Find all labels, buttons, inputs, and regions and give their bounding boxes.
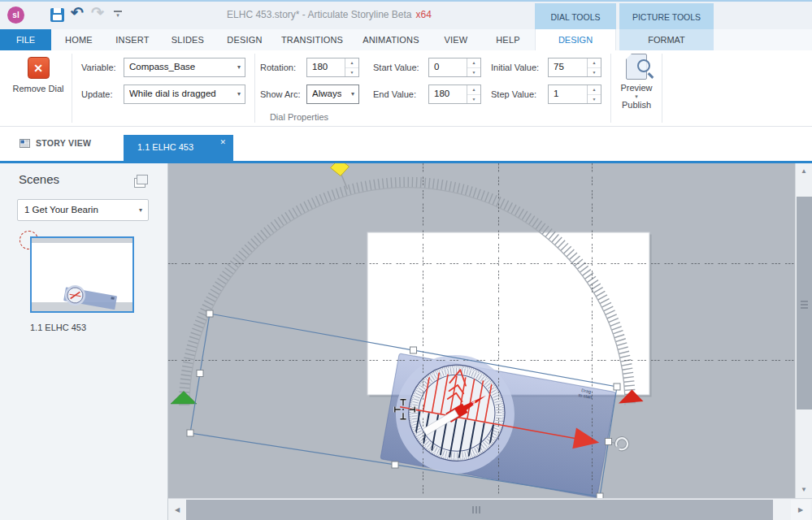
spin-up-icon[interactable]: ▲	[467, 58, 480, 67]
arch-label: x64	[416, 9, 432, 20]
story-view-grid-icon	[20, 139, 30, 148]
tab-home[interactable]: HOME	[56, 29, 102, 50]
spin-down-icon[interactable]: ▼	[345, 67, 358, 76]
scroll-left-icon[interactable]: ◀	[168, 500, 186, 520]
start-value-spinner[interactable]: ▲▼	[467, 58, 480, 76]
preview-button[interactable]: Preview	[613, 83, 660, 93]
caret-down-icon: ▾	[139, 206, 142, 214]
caret-down-icon: ▾	[351, 90, 354, 98]
step-value: 1	[554, 89, 558, 98]
preview-caret-icon[interactable]: ▾	[613, 93, 660, 100]
thumb-grip	[472, 506, 482, 514]
rotation-label: Rotation:	[260, 63, 296, 72]
slide-canvas[interactable]: N Drag to start	[168, 163, 795, 498]
rotation-input[interactable]: 180 ▲▼	[306, 58, 359, 77]
close-icon[interactable]: ✕	[219, 138, 226, 146]
slide-thumbnail-label: 1.1 ELHC 453	[30, 323, 86, 332]
spin-up-icon[interactable]: ▲	[345, 58, 358, 67]
quick-access-menu-icon[interactable]: ▾	[114, 11, 122, 19]
caret-down-icon: ▾	[237, 63, 241, 71]
preview-publish-block: Preview ▾ Publish	[613, 52, 660, 110]
tab-story-view[interactable]: STORY VIEW	[20, 138, 91, 148]
scenes-panel: Scenes 1 Get Your Bearin ▾ 1.1 ELHC 453	[0, 163, 168, 520]
resize-handle-top-right[interactable]	[614, 384, 620, 390]
scene-selector[interactable]: 1 Get Your Bearin ▾	[17, 199, 149, 221]
rotation-value: 180	[312, 62, 328, 72]
group-separator	[72, 54, 72, 123]
initial-value-spinner[interactable]: ▲▼	[587, 58, 601, 76]
vertical-scrollbar-thumb[interactable]	[797, 197, 812, 410]
resize-handle-top-left[interactable]	[206, 310, 213, 317]
tab-dial-tools-design[interactable]: DESIGN	[535, 29, 616, 50]
end-value-input[interactable]: 180 ▲▼	[428, 84, 481, 104]
resize-handle-left[interactable]	[197, 370, 203, 377]
app-logo-icon[interactable]: sl	[7, 6, 24, 24]
end-value-spinner[interactable]: ▲▼	[467, 85, 480, 103]
tab-slide-elhc-453[interactable]: 1.1 ELHC 453 ✕	[124, 135, 233, 161]
app-title: Articulate Storyline Beta	[307, 9, 411, 20]
tab-insert[interactable]: INSERT	[110, 29, 155, 50]
resize-handle-bottom[interactable]	[392, 462, 398, 468]
spin-down-icon[interactable]: ▼	[588, 67, 601, 76]
redo-icon[interactable]: ↷	[91, 3, 104, 22]
collapse-panel-icon[interactable]	[134, 178, 145, 188]
caret-down-icon: ▾	[237, 90, 241, 98]
tab-help[interactable]: HELP	[487, 29, 529, 50]
tab-picture-tools-format[interactable]: FORMAT	[619, 29, 714, 50]
show-arc-label: Show Arc:	[260, 89, 301, 99]
scenes-panel-title: Scenes	[19, 172, 59, 186]
horizontal-scrollbar-thumb[interactable]	[186, 500, 773, 520]
resize-handle-right[interactable]	[606, 439, 612, 445]
spin-up-icon[interactable]: ▲	[467, 85, 480, 94]
tab-transitions[interactable]: TRANSITIONS	[275, 29, 350, 50]
scroll-up-icon[interactable]: ▲	[796, 163, 812, 180]
tab-slides[interactable]: SLIDES	[165, 29, 211, 50]
document-tab-bar: STORY VIEW 1.1 ELHC 453 ✕	[0, 127, 812, 163]
step-value-spinner[interactable]: ▲▼	[587, 85, 601, 103]
dial-tools-group-header: DIAL TOOLS	[535, 3, 616, 29]
spin-down-icon[interactable]: ▼	[467, 67, 480, 76]
variable-label: Variable:	[81, 63, 116, 72]
horizontal-scrollbar[interactable]: ◀ ▶	[168, 498, 812, 520]
rotation-spinner[interactable]: ▲▼	[345, 58, 358, 76]
initial-value-label: Initial Value:	[491, 63, 539, 72]
end-value: 180	[434, 89, 449, 98]
update-value: While dial is dragged	[129, 89, 216, 98]
scroll-right-icon[interactable]: ▶	[791, 500, 810, 520]
remove-dial-button[interactable]: ✕ Remove Dial	[10, 55, 67, 93]
spin-down-icon[interactable]: ▼	[588, 94, 601, 103]
tab-file[interactable]: FILE	[0, 29, 51, 50]
spin-down-icon[interactable]: ▼	[467, 94, 480, 103]
publish-button[interactable]: Publish	[613, 100, 660, 110]
preview-icon[interactable]	[626, 54, 647, 80]
update-select[interactable]: While dial is dragged ▾	[124, 84, 245, 104]
spin-up-icon[interactable]: ▲	[588, 58, 601, 67]
tab-view[interactable]: VIEW	[436, 29, 475, 50]
show-arc-select[interactable]: Always ▾	[306, 84, 359, 104]
slide-thumbnail[interactable]	[30, 236, 134, 313]
save-icon[interactable]	[50, 8, 64, 22]
initial-value-input[interactable]: 75 ▲▼	[548, 58, 601, 77]
step-value-input[interactable]: 1 ▲▼	[548, 84, 601, 104]
variable-select[interactable]: Compass_Base ▾	[124, 58, 245, 77]
ribbon: ✕ Remove Dial Variable: Compass_Base ▾ U…	[0, 50, 812, 127]
vertical-scrollbar[interactable]: ▲ ▼	[795, 163, 812, 498]
active-tab-label: 1.1 ELHC 453	[137, 142, 193, 152]
spin-up-icon[interactable]: ▲	[588, 85, 601, 94]
start-value: 0	[434, 62, 439, 72]
title-bar: sl ↶ ↷ ▾ ELHC 453.story* - Articulate St…	[0, 0, 812, 29]
scroll-down-icon[interactable]: ▼	[796, 482, 812, 498]
show-arc-value: Always	[312, 89, 341, 98]
tab-animations[interactable]: ANIMATIONS	[355, 29, 427, 50]
resize-handle-bottom-left[interactable]	[187, 430, 193, 436]
undo-icon[interactable]: ↶	[71, 3, 84, 22]
remove-dial-label: Remove Dial	[10, 84, 67, 93]
step-value-label: Step Value:	[491, 89, 536, 99]
tab-design[interactable]: DESIGN	[222, 29, 267, 50]
resize-handle-top[interactable]	[410, 347, 417, 353]
start-value-input[interactable]: 0 ▲▼	[428, 58, 481, 77]
window-title: ELHC 453.story* - Articulate Storyline B…	[207, 9, 451, 20]
initial-value: 75	[554, 62, 564, 72]
dial-properties-group-label: Dial Properties	[234, 112, 364, 122]
end-value-label: End Value:	[373, 89, 416, 99]
